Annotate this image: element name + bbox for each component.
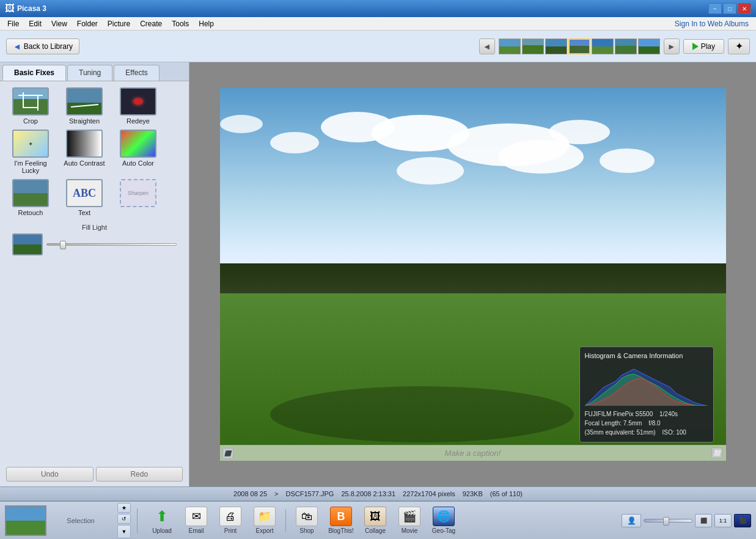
- rotate-ccw-button[interactable]: ↺: [117, 514, 131, 524]
- thumbnail-6[interactable]: [615, 38, 637, 54]
- fill-light-area: Fill Light: [6, 221, 183, 258]
- menu-edit[interactable]: Edit: [24, 18, 46, 29]
- thumbnail-4[interactable]: [568, 38, 590, 54]
- thumbnail-2[interactable]: [522, 38, 544, 54]
- movie-button[interactable]: 🎬 Movie: [394, 507, 425, 534]
- lucky-label: I'm Feeling Lucky: [6, 160, 55, 174]
- print-label: Print: [224, 527, 237, 534]
- thumbnail-strip: [499, 38, 660, 54]
- thumbnail-7[interactable]: [638, 38, 660, 54]
- autocontrast-tool[interactable]: Auto Contrast: [60, 130, 109, 174]
- tab-effects[interactable]: Effects: [114, 65, 159, 81]
- menu-tools[interactable]: Tools: [167, 18, 194, 29]
- tab-basic-fixes[interactable]: Basic Fixes: [2, 65, 66, 81]
- fullscreen-button[interactable]: ⬛: [734, 514, 751, 527]
- fill-light-preview: [12, 233, 43, 255]
- collage-icon: 🖼: [364, 507, 386, 526]
- autocolor-thumb: [120, 130, 156, 158]
- photo-area: Histogram & Camera Information FUJIFILM …: [189, 62, 756, 486]
- rotate-cw-button[interactable]: ▼: [117, 525, 131, 538]
- separator-1: [137, 508, 138, 533]
- thumbnail-preview: [5, 505, 46, 536]
- menu-help[interactable]: Help: [194, 18, 219, 29]
- scatter-icon: ✦: [735, 40, 743, 52]
- cam-line-3: (35mm equivalent: 51mm) ISO: 100: [585, 428, 708, 437]
- thumbnail-3[interactable]: [545, 38, 567, 54]
- face-detect-button[interactable]: 👤: [622, 514, 641, 527]
- menu-view[interactable]: View: [46, 18, 72, 29]
- crop-tool[interactable]: Crop: [6, 87, 55, 125]
- redo-button[interactable]: Redo: [96, 467, 183, 482]
- status-position: (65 of 110): [490, 490, 523, 497]
- autocolor-tool[interactable]: Auto Color: [114, 130, 163, 174]
- scatter-button[interactable]: ✦: [728, 38, 750, 54]
- actual-size-icon: 1:1: [719, 518, 727, 524]
- actual-size-button[interactable]: 1:1: [714, 514, 732, 527]
- sign-in-link[interactable]: Sign In to Web Albums: [675, 20, 754, 28]
- play-label: Play: [701, 42, 715, 51]
- geotag-label: Geo-Tag: [432, 527, 455, 534]
- geotag-button[interactable]: 🌐 Geo-Tag: [428, 507, 460, 534]
- fill-light-slider[interactable]: [46, 243, 177, 246]
- crop-thumb: [12, 87, 49, 116]
- star-button[interactable]: ★: [117, 503, 131, 513]
- menu-file[interactable]: File: [2, 18, 24, 29]
- close-button[interactable]: ✕: [738, 3, 751, 14]
- undo-button[interactable]: Undo: [6, 467, 94, 482]
- tab-tuning[interactable]: Tuning: [67, 65, 112, 81]
- crop-icon: [18, 92, 43, 111]
- toolbar: ◄ Back to Library ◄ ► Play ✦: [0, 31, 756, 62]
- retouch-thumb: [12, 179, 49, 207]
- export-button[interactable]: 📁 Export: [249, 507, 281, 534]
- blogthis-icon: B: [330, 507, 352, 526]
- fill-light-slider-thumb[interactable]: [60, 241, 66, 249]
- email-label: Email: [188, 527, 204, 534]
- nav-prev-button[interactable]: ◄: [479, 38, 495, 54]
- maximize-button[interactable]: □: [723, 3, 736, 14]
- bottom-actions: ⬆ Upload ✉ Email 🖨 Print 📁 Export 🛍 Shop…: [146, 507, 460, 534]
- fullscreen-icon: ⬛: [739, 518, 746, 524]
- play-area: ◄ ► Play ✦: [479, 38, 750, 54]
- zoom-thumb[interactable]: [663, 517, 669, 526]
- back-to-library-button[interactable]: ◄ Back to Library: [6, 38, 79, 54]
- minimize-button[interactable]: −: [708, 3, 722, 14]
- play-button[interactable]: Play: [683, 39, 724, 54]
- menu-create[interactable]: Create: [135, 18, 167, 29]
- collapse-icon[interactable]: ⬛: [222, 448, 233, 459]
- expand-icon[interactable]: ⬜: [711, 447, 722, 458]
- print-button[interactable]: 🖨 Print: [215, 507, 246, 534]
- menu-picture[interactable]: Picture: [103, 18, 135, 29]
- sharpen-tool[interactable]: Sharpen: [114, 179, 163, 216]
- upload-button[interactable]: ⬆ Upload: [146, 507, 178, 534]
- nav-next-button[interactable]: ►: [664, 38, 680, 54]
- caption-bar[interactable]: Make a caption! ⬛ ⬜: [220, 445, 726, 461]
- menu-folder[interactable]: Folder: [72, 18, 103, 29]
- retouch-tool[interactable]: Retouch: [6, 179, 55, 216]
- fill-light-label: Fill Light: [12, 224, 177, 231]
- main-area: Basic Fixes Tuning Effects: [0, 62, 756, 486]
- thumbnail-5[interactable]: [592, 38, 614, 54]
- app-title: Picasa 3: [17, 4, 46, 13]
- email-button[interactable]: ✉ Email: [180, 507, 212, 534]
- fit-window-icon: ⬛: [700, 518, 707, 524]
- separator-2: [285, 510, 286, 532]
- bottom-right-tools: 👤 ⬛ 1:1 ⬛: [622, 514, 751, 527]
- blogthis-button[interactable]: B BlogThis!: [325, 507, 357, 534]
- window-controls: − □ ✕: [708, 3, 751, 14]
- shop-button[interactable]: 🛍 Shop: [291, 507, 323, 534]
- autocontrast-label: Auto Contrast: [64, 160, 105, 167]
- redeye-tool[interactable]: Redeye: [114, 87, 163, 125]
- shop-icon: 🛍: [296, 507, 318, 526]
- thumbnail-1[interactable]: [499, 38, 521, 54]
- fit-window-button[interactable]: ⬛: [695, 514, 712, 527]
- tools-area: Crop Straighten Redeye: [0, 81, 189, 462]
- collage-button[interactable]: 🖼 Collage: [359, 507, 391, 534]
- app-icon: 🖼: [5, 3, 15, 14]
- lucky-tool[interactable]: ✦ I'm Feeling Lucky: [6, 130, 55, 174]
- zoom-slider[interactable]: [644, 519, 692, 522]
- export-icon: 📁: [254, 507, 276, 526]
- straighten-tool[interactable]: Straighten: [60, 87, 109, 125]
- text-tool[interactable]: ABC Text: [60, 179, 109, 216]
- tools-row-1: Crop Straighten Redeye: [6, 87, 183, 125]
- email-icon: ✉: [185, 507, 207, 526]
